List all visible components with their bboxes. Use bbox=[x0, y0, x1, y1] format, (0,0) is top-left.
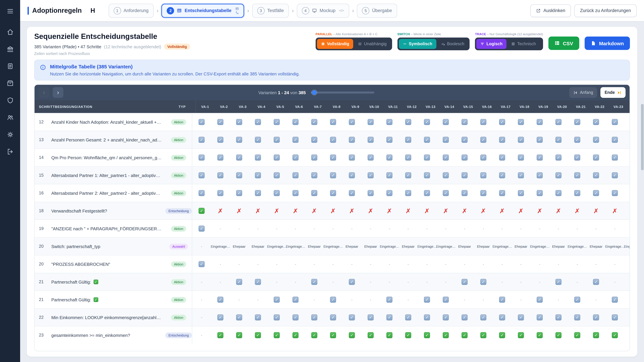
jump-to-end-button[interactable]: Ende bbox=[600, 87, 626, 98]
markdown-export-button[interactable]: Markdown bbox=[585, 36, 630, 50]
switch-option-boolesch[interactable]: Boolesch bbox=[437, 39, 468, 49]
step-number: 23 bbox=[34, 333, 51, 338]
users-icon[interactable] bbox=[4, 111, 16, 124]
empty-value: - bbox=[493, 280, 512, 284]
prev-page-button[interactable]: ‹ bbox=[38, 87, 49, 98]
check-blue-icon: ✓ bbox=[230, 190, 248, 196]
vertical-scrollbar[interactable] bbox=[641, 0, 644, 362]
va-column-header: VA-8 bbox=[327, 105, 346, 108]
type-badge: Aktion bbox=[171, 190, 186, 196]
check-green-icon: ✓ bbox=[324, 332, 342, 338]
check-blue-icon: ✓ bbox=[530, 155, 549, 161]
va-column-header: VA-24 bbox=[628, 105, 630, 108]
empty-value: - bbox=[530, 226, 549, 231]
library-icon[interactable] bbox=[4, 42, 16, 55]
back-to-requirements-button[interactable]: Zurück zu Anforderungen bbox=[574, 4, 636, 17]
step-uebergabe[interactable]: 5 Übergabe bbox=[357, 3, 397, 17]
empty-value: - bbox=[286, 226, 305, 231]
variant-cells: -✓--✓✓-✓--✓-✓✓--✓-✓-✓-✓✓ bbox=[192, 291, 630, 308]
settings-icon[interactable] bbox=[4, 128, 16, 141]
check-blue-icon: ✓ bbox=[361, 155, 380, 161]
check-blue-icon: ✓ bbox=[474, 190, 493, 196]
switch-value: Eingetrage… bbox=[324, 245, 342, 248]
empty-value: - bbox=[399, 280, 418, 284]
check-green-icon: ✓ bbox=[399, 332, 418, 338]
step-entscheidungstabelle[interactable]: 2 Entscheidungstabelle bbox=[162, 3, 244, 17]
type-badge: Aktion bbox=[171, 119, 186, 125]
check-blue-icon: ✓ bbox=[455, 119, 474, 125]
slider-knob[interactable] bbox=[312, 90, 316, 95]
step-testfaelle[interactable]: 3 Testfälle bbox=[252, 3, 289, 17]
step-number: 20 bbox=[34, 244, 51, 249]
table-row-step-23: 23gesamteinkommen >= min_einkommen?Entsc… bbox=[34, 326, 630, 344]
va-column-header: VA-19 bbox=[534, 105, 552, 108]
check-blue-icon: ✓ bbox=[606, 172, 624, 178]
home-icon[interactable] bbox=[4, 25, 16, 38]
check-blue-icon: ✓ bbox=[512, 190, 530, 196]
cross-icon: ✗ bbox=[587, 208, 606, 214]
check-blue-icon: ✓ bbox=[568, 155, 587, 161]
variant-slider[interactable] bbox=[310, 91, 374, 93]
cross-icon: ✗ bbox=[418, 208, 436, 214]
check-blue-icon: ✓ bbox=[493, 297, 512, 303]
empty-value: - bbox=[361, 297, 380, 302]
logout-icon[interactable] bbox=[4, 145, 16, 158]
table-controls-group: PARALLEL – Alle Kombinationen A × B × C … bbox=[316, 32, 630, 50]
scrollbar-thumb[interactable] bbox=[641, 104, 644, 170]
check-blue-icon: ✓ bbox=[286, 155, 305, 161]
empty-value: - bbox=[248, 297, 267, 302]
empty-value: - bbox=[380, 280, 399, 284]
empty-value: - bbox=[455, 297, 474, 302]
archive-icon[interactable] bbox=[4, 77, 16, 89]
summary-block: Sequenzielle Entscheidungstabelle 385 Va… bbox=[34, 32, 190, 56]
check-blue-icon: ✓ bbox=[324, 137, 342, 143]
empty-value: - bbox=[493, 226, 512, 231]
check-blue-icon: ✓ bbox=[624, 190, 630, 196]
table-shell: ‹ › Varianten 1 - 24 von 385 bbox=[34, 84, 630, 351]
trace-option-logisch[interactable]: Logisch bbox=[476, 39, 506, 49]
banner-title: Mittelgroße Tabelle (385 Varianten) bbox=[50, 64, 300, 69]
type-badge: Aktion bbox=[171, 172, 186, 178]
check-blue-icon: ✓ bbox=[248, 279, 267, 285]
spreadsheet-icon bbox=[554, 40, 560, 46]
check-blue-icon: ✓ bbox=[436, 155, 455, 161]
cross-icon: ✗ bbox=[530, 208, 549, 214]
parallel-option-vollstaendig[interactable]: Vollständig bbox=[317, 39, 353, 49]
empty-value: - bbox=[267, 262, 286, 267]
empty-value: - bbox=[436, 262, 455, 267]
shield-icon[interactable] bbox=[4, 94, 16, 107]
check-blue-icon: ✓ bbox=[286, 137, 305, 143]
jump-to-start-button[interactable]: Anfang bbox=[569, 87, 597, 98]
empty-value: - bbox=[418, 226, 436, 231]
cross-icon: ✗ bbox=[493, 208, 512, 214]
va-column-header: VA-23 bbox=[609, 105, 628, 108]
va-column-header: VA-16 bbox=[478, 105, 496, 108]
switch-value: Ehepaar bbox=[455, 245, 474, 248]
check-blue-icon: ✓ bbox=[418, 314, 436, 321]
parallel-option-unabhaengig[interactable]: Unabhängig bbox=[354, 39, 390, 49]
empty-value: - bbox=[624, 262, 630, 267]
check-blue-icon: ✓ bbox=[512, 137, 530, 143]
variant-range: 1 - 24 bbox=[278, 90, 289, 95]
step-anforderung[interactable]: 1 Anforderung bbox=[108, 3, 154, 17]
check-blue-icon: ✓ bbox=[192, 261, 211, 267]
empty-value: - bbox=[324, 262, 342, 267]
menu-icon[interactable] bbox=[4, 5, 16, 17]
document-icon[interactable] bbox=[4, 60, 16, 72]
check-blue-icon: ✓ bbox=[530, 119, 549, 125]
main-area: Adoptionregeln H 1 Anforderung › 2 Entsc… bbox=[20, 0, 644, 362]
dash-line-icon bbox=[403, 42, 407, 46]
trace-option-technisch[interactable]: Technisch bbox=[507, 39, 540, 49]
sidebar bbox=[0, 0, 20, 362]
check-blue-icon: ✓ bbox=[267, 297, 286, 303]
switch-option-symbolisch[interactable]: Symbolisch bbox=[399, 39, 436, 49]
csv-export-button[interactable]: CSV bbox=[548, 36, 579, 50]
switch-control: SWITCH – Werte in einer Zeile Symbolisch bbox=[397, 32, 470, 50]
ausklinken-button[interactable]: Ausklinken bbox=[530, 4, 571, 17]
variant-cells: --✓✓--✓-✓-----✓✓---✓-✓-- bbox=[192, 273, 630, 291]
step-mockup[interactable]: 4 Mockup </> bbox=[297, 3, 349, 17]
check-blue-icon: ✓ bbox=[380, 190, 399, 196]
next-page-button[interactable]: › bbox=[53, 87, 64, 98]
grid-icon bbox=[177, 8, 182, 13]
page-title: Adoptionregeln bbox=[32, 7, 82, 14]
